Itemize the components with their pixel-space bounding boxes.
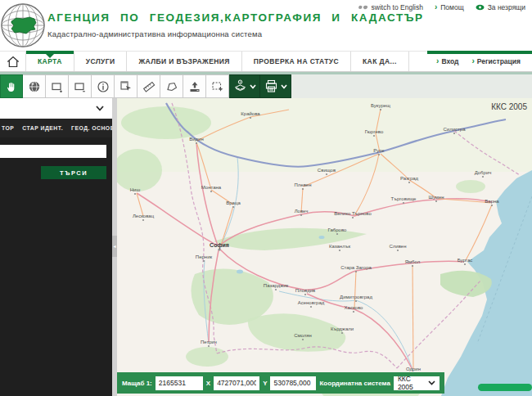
basemap: КрайоваБукурещГюргевоВидинМонтанаВрацаПл…	[117, 98, 532, 396]
svg-text:Монтана: Монтана	[201, 185, 222, 190]
switch-english-link[interactable]: switch to English	[358, 3, 423, 11]
ruler-cursor-icon	[119, 80, 133, 93]
svg-text:Плевен: Плевен	[295, 182, 312, 187]
scale-label: Мащаб 1:	[122, 380, 152, 387]
full-extent-button[interactable]	[23, 74, 46, 98]
ruler-icon	[142, 80, 156, 93]
feature-info-button[interactable]	[92, 74, 115, 98]
svg-text:Свищов: Свищов	[318, 168, 336, 173]
tab-map[interactable]: КАРТА	[26, 52, 74, 71]
zoom-in-box-icon	[51, 80, 64, 93]
svg-text:Силистра: Силистра	[444, 127, 467, 132]
svg-text:Русе: Русе	[373, 148, 385, 153]
svg-text:Перник: Перник	[196, 254, 213, 259]
measure-distance-button[interactable]	[138, 74, 160, 98]
search-button[interactable]: ТЪРСИ	[41, 166, 106, 179]
main-nav: КАРТА УСЛУГИ ЖАЛБИ И ВЪЗРАЖЕНИЯ ПРОВЕРКА…	[0, 51, 532, 72]
crs-select[interactable]: ККС 2005	[394, 376, 440, 390]
app-header: АГЕНЦИЯ ПО ГЕОДЕЗИЯ,КАРТОГРАФИЯ И КАДАСТ…	[0, 0, 532, 51]
search-panel: ТОР СТАР ИДЕНТ. ГЕОД. ОСНОВА ТЪРСИ	[0, 98, 112, 396]
panel-tab-old-ident[interactable]: СТАР ИДЕНТ.	[22, 125, 63, 131]
measure-area-button[interactable]	[160, 74, 183, 98]
tab-services[interactable]: УСЛУГИ	[74, 52, 128, 71]
map-horizontal-slider[interactable]	[478, 384, 532, 391]
svg-text:Добрич: Добрич	[475, 170, 492, 175]
svg-text:Кърджали: Кърджали	[331, 326, 354, 331]
svg-text:Букурещ: Букурещ	[371, 103, 390, 108]
upload-icon	[188, 80, 201, 93]
svg-text:Велико Търново: Велико Търново	[334, 211, 372, 216]
accessibility-link[interactable]: За незрящи	[476, 3, 525, 11]
chevron-right-icon: ›	[436, 57, 439, 65]
agency-title: АГЕНЦИЯ ПО ГЕОДЕЗИЯ,КАРТОГРАФИЯ И КАДАСТ…	[47, 11, 424, 24]
svg-text:Разград: Разград	[400, 176, 419, 181]
svg-text:Петрич: Петрич	[201, 340, 217, 344]
map-crs-label: ККС 2005	[491, 102, 527, 111]
svg-text:Видин: Видин	[189, 137, 204, 142]
svg-text:Ямбол: Ямбол	[405, 259, 421, 264]
svg-text:Варна: Варна	[485, 199, 499, 204]
crs-label: Координатна система	[319, 380, 390, 387]
print-dropdown-button[interactable]	[260, 74, 291, 98]
map-statusbar: Мащаб 1: X Y Координатна система ККС 200…	[117, 372, 444, 394]
zoom-out-box-icon	[74, 80, 87, 93]
home-icon	[7, 56, 20, 68]
layers-legend-dropdown-button[interactable]	[229, 74, 260, 98]
search-panel-tabs: ТОР СТАР ИДЕНТ. ГЕОД. ОСНОВА	[0, 119, 112, 137]
header-links: switch to English › Помощ За незрящи	[358, 3, 525, 11]
login-link[interactable]: › Вход	[436, 57, 458, 65]
chevron-right-icon: ›	[471, 57, 474, 65]
chevron-down-icon	[428, 380, 435, 385]
scale-input[interactable]	[156, 376, 203, 390]
svg-text:Пазарджик: Пазарджик	[264, 283, 289, 288]
svg-text:Крайова: Крайова	[241, 111, 260, 116]
help-link[interactable]: › Помощ	[435, 3, 464, 11]
map-canvas[interactable]: КрайоваБукурещГюргевоВидинМонтанаВрацаПл…	[117, 98, 532, 396]
agency-globe-logo	[1, 1, 46, 50]
search-input[interactable]	[0, 145, 106, 158]
pan-tool-button[interactable]	[0, 74, 23, 98]
chevron-down-icon	[96, 106, 104, 111]
pan-hand-icon	[5, 80, 18, 93]
svg-text:Ниш: Ниш	[130, 187, 141, 192]
search-type-dropdown[interactable]	[0, 98, 112, 119]
select-region-button[interactable]	[206, 74, 229, 98]
upload-button[interactable]	[183, 74, 206, 98]
y-label: Y	[263, 380, 267, 387]
chevron-down-icon	[250, 84, 256, 89]
info-icon	[97, 80, 110, 93]
world-map-icon	[358, 4, 368, 11]
panel-tab-identifier[interactable]: ТОР	[2, 125, 14, 131]
svg-text:Търговище: Търговище	[391, 196, 417, 201]
svg-text:София: София	[210, 242, 229, 249]
tab-complaints[interactable]: ЖАЛБИ И ВЪЗРАЖЕНИЯ	[127, 52, 241, 71]
svg-text:Стара Загора: Стара Загора	[340, 265, 372, 270]
register-link[interactable]: › Регистрация	[471, 57, 521, 65]
svg-text:Ловеч: Ловеч	[295, 209, 309, 214]
printer-icon	[264, 79, 278, 93]
zoom-out-box-button[interactable]	[69, 74, 92, 98]
globe-icon	[28, 80, 41, 93]
svg-text:Смолян: Смолян	[294, 333, 312, 338]
svg-text:Асеновград: Асеновград	[298, 300, 325, 305]
measure-coordinate-button[interactable]	[115, 74, 138, 98]
y-coordinate-input[interactable]	[270, 376, 316, 390]
marquee-select-icon	[211, 80, 224, 93]
tab-how-to[interactable]: КАК ДА...	[351, 52, 409, 71]
layers-info-icon	[233, 79, 247, 93]
chevron-down-icon	[281, 84, 287, 89]
svg-text:Шумен: Шумен	[428, 195, 444, 200]
svg-text:Враца: Враца	[226, 200, 241, 205]
svg-text:Казанлък: Казанлък	[329, 244, 350, 249]
eye-icon	[476, 4, 485, 11]
svg-text:Габрово: Габрово	[328, 227, 347, 232]
zoom-in-box-button[interactable]	[46, 74, 69, 98]
svg-text:Сливен: Сливен	[390, 244, 407, 249]
home-button[interactable]	[0, 52, 26, 71]
agency-subtitle: Кадастрално-административна информационн…	[47, 29, 424, 38]
svg-text:Хасково: Хасково	[345, 305, 363, 310]
chevron-right-icon: ›	[435, 3, 437, 11]
svg-text:Бургас: Бургас	[458, 258, 472, 263]
x-coordinate-input[interactable]	[214, 376, 259, 390]
tab-status-check[interactable]: ПРОВЕРКА НА СТАТУС	[242, 52, 351, 71]
